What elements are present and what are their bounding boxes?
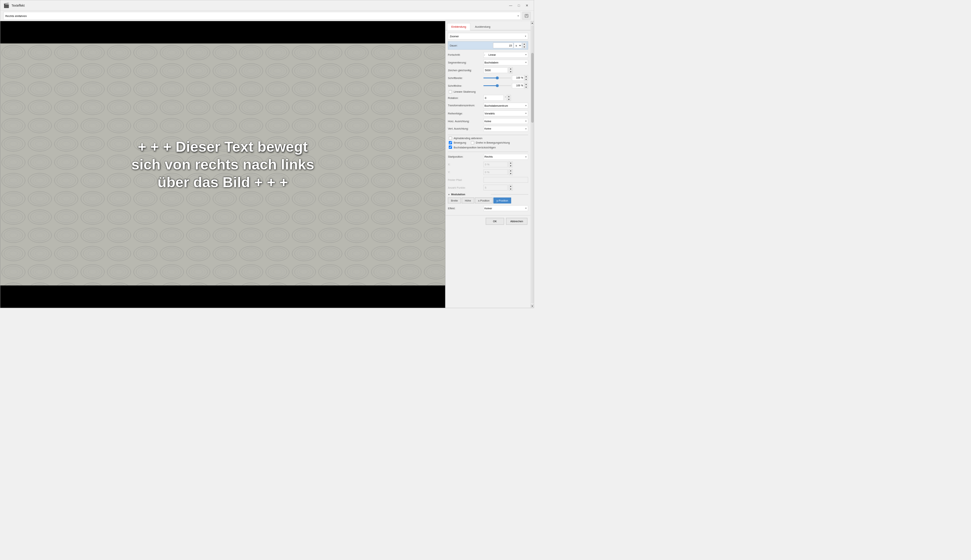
effekt-label: Effekt: bbox=[448, 207, 484, 210]
modulation-section-header: ▼ Modulation bbox=[448, 193, 528, 196]
horz-control: Keine ▼ bbox=[484, 118, 528, 124]
dauer-input[interactable] bbox=[493, 43, 513, 48]
close-button[interactable]: ✕ bbox=[523, 3, 531, 8]
mod-tab-breite[interactable]: Breite bbox=[448, 197, 461, 203]
mod-tab-hoehe[interactable]: Höhe bbox=[462, 197, 474, 203]
zoomer-select[interactable]: Zoomer bbox=[448, 33, 528, 40]
window-title: Texteffekt bbox=[12, 4, 24, 7]
buchstabenpos-label[interactable]: Buchstabenposition berücksichtigen bbox=[454, 146, 496, 149]
anzahl-punkte-spinners: ▲ ▼ bbox=[509, 185, 513, 191]
buchstabenpos-row: Buchstabenposition berücksichtigen bbox=[448, 145, 528, 149]
rotation-row: Rotation: ° ▲ ▼ bbox=[448, 95, 528, 101]
x-down-button[interactable]: ▼ bbox=[509, 165, 513, 168]
zeichen-down-button[interactable]: ▼ bbox=[509, 70, 513, 73]
tab-ausblendung[interactable]: Ausblendung bbox=[471, 23, 495, 31]
bewegung-checkbox[interactable] bbox=[449, 141, 452, 144]
maximize-button[interactable]: □ bbox=[515, 3, 522, 8]
schrifthoehe-value[interactable] bbox=[512, 83, 524, 88]
anzahl-punkte-up-button[interactable]: ▲ bbox=[509, 185, 513, 188]
title-bar-left: 🎬 Texteffekt bbox=[3, 3, 24, 8]
scroll-thumb[interactable] bbox=[531, 53, 534, 123]
horz-label: Horz. Ausrichtung: bbox=[448, 120, 484, 123]
transformations-select-wrapper: Buchstabenzentrum ▼ bbox=[484, 103, 528, 108]
schrifthoehe-slider-row bbox=[484, 85, 511, 86]
fortschritt-select[interactable]: Linear bbox=[484, 52, 528, 58]
lineare-skalierung-row: Lineare Skalierung bbox=[448, 90, 528, 93]
preset-dropdown-wrapper: Rechts einfahren ▼ bbox=[3, 12, 521, 20]
mod-tab-x-position[interactable]: x-Position bbox=[475, 197, 493, 203]
x-label: X: bbox=[448, 163, 484, 166]
modulation-title: Modulation bbox=[451, 193, 488, 196]
ok-button[interactable]: OK bbox=[486, 218, 504, 225]
effekt-control: Keiner ▼ bbox=[484, 206, 528, 211]
alphablending-checkbox[interactable] bbox=[449, 137, 452, 140]
lineare-skalierung-label[interactable]: Lineare Skalierung bbox=[454, 90, 476, 93]
anzahl-punkte-row: Anzahl Punkte: ▲ ▼ bbox=[448, 184, 528, 191]
schrifthoehe-control: ▲ ▼ bbox=[484, 83, 528, 89]
rotation-down-button[interactable]: ▼ bbox=[507, 98, 511, 101]
segmentierung-row: Segmentierung: Buchstaben ▼ bbox=[448, 60, 528, 66]
anzahl-punkte-control: ▲ ▼ bbox=[484, 185, 528, 191]
save-preset-button[interactable] bbox=[522, 12, 531, 20]
startposition-row: Startposition: Rechts ▼ bbox=[448, 153, 528, 160]
preview-text-line1: + + + Dieser Text bewegt bbox=[131, 138, 314, 156]
window-controls: — □ ✕ bbox=[507, 3, 531, 8]
transformations-select[interactable]: Buchstabenzentrum bbox=[484, 103, 528, 108]
minimize-button[interactable]: — bbox=[507, 3, 514, 8]
zoomer-dropdown-wrapper: Zoomer ▼ bbox=[448, 33, 528, 40]
reihenfolge-select[interactable]: Vorwärts bbox=[484, 110, 528, 116]
dauer-down-button[interactable]: ▼ bbox=[522, 45, 526, 48]
schriftbreite-value[interactable] bbox=[512, 75, 524, 80]
vert-select[interactable]: Keine bbox=[484, 126, 528, 132]
y-input[interactable] bbox=[484, 170, 508, 175]
schrifthoehe-down-button[interactable]: ▼ bbox=[524, 86, 528, 88]
side-scrollbar[interactable]: ▲ ▼ bbox=[531, 21, 534, 308]
tab-einblendung[interactable]: Einblendung bbox=[447, 23, 470, 31]
lineare-skalierung-checkbox[interactable] bbox=[449, 90, 452, 93]
anzahl-punkte-down-button[interactable]: ▼ bbox=[509, 188, 513, 190]
startposition-select[interactable]: Rechts bbox=[484, 154, 528, 160]
modulation-triangle: ▼ bbox=[448, 193, 450, 196]
transformations-control: Buchstabenzentrum ▼ bbox=[484, 103, 528, 108]
zeichen-input[interactable] bbox=[484, 68, 508, 73]
rotation-control: ° ▲ ▼ bbox=[484, 95, 528, 101]
rotation-input[interactable] bbox=[484, 95, 504, 100]
schrifthoehe-slider[interactable] bbox=[484, 85, 511, 86]
dauer-unit-select[interactable]: s bbox=[514, 43, 522, 48]
modulation-tabs: Breite Höhe x-Position y-Position bbox=[448, 197, 528, 203]
horz-select[interactable]: Keine bbox=[484, 118, 528, 124]
schrifthoehe-up-button[interactable]: ▲ bbox=[524, 83, 528, 86]
fester-pfad-input[interactable] bbox=[484, 177, 528, 183]
bewegung-label[interactable]: Bewegung bbox=[454, 142, 466, 144]
effekt-select[interactable]: Keiner bbox=[484, 206, 528, 211]
schriftbreite-label: Schriftbreite: bbox=[448, 77, 484, 79]
mod-tab-y-position[interactable]: y-Position bbox=[494, 197, 511, 203]
anzahl-punkte-input[interactable] bbox=[484, 185, 508, 190]
preset-select[interactable]: Rechts einfahren bbox=[3, 12, 521, 20]
scroll-down-button[interactable]: ▼ bbox=[531, 305, 534, 308]
drehe-checkbox[interactable] bbox=[471, 141, 474, 144]
schriftbreite-up-button[interactable]: ▲ bbox=[524, 75, 528, 78]
schriftbreite-down-button[interactable]: ▼ bbox=[524, 78, 528, 81]
abbrechen-button[interactable]: Abbrechen bbox=[506, 218, 527, 225]
x-input[interactable] bbox=[484, 162, 508, 167]
alphablending-label[interactable]: Alphablending aktivieren bbox=[454, 137, 482, 140]
main-content: + + + Dieser Text bewegt sich von rechts… bbox=[0, 21, 534, 308]
dauer-up-button[interactable]: ▲ bbox=[522, 43, 526, 46]
drehe-label[interactable]: Drehe in Bewegungsrichtung bbox=[476, 142, 510, 144]
reihenfolge-select-wrapper: Vorwärts ▼ bbox=[484, 110, 528, 116]
y-down-button[interactable]: ▼ bbox=[509, 172, 513, 175]
effekt-row: Effekt: Keiner ▼ bbox=[448, 205, 528, 212]
x-control: ▲ ▼ bbox=[484, 161, 528, 168]
zeichen-up-button[interactable]: ▲ bbox=[509, 68, 513, 70]
y-up-button[interactable]: ▲ bbox=[509, 170, 513, 172]
settings-content: Zoomer ▼ Dauer: s ▲ ▼ bbox=[445, 31, 531, 216]
buchstabenpos-checkbox[interactable] bbox=[449, 145, 452, 149]
rotation-up-button[interactable]: ▲ bbox=[507, 95, 511, 98]
schriftbreite-slider[interactable] bbox=[484, 78, 511, 78]
segmentierung-select[interactable]: Buchstaben bbox=[484, 60, 528, 65]
zeichen-spinners: ▲ ▼ bbox=[509, 67, 513, 73]
scroll-up-button[interactable]: ▲ bbox=[531, 22, 534, 24]
x-up-button[interactable]: ▲ bbox=[509, 162, 513, 165]
vert-select-wrapper: Keine ▼ bbox=[484, 126, 528, 132]
